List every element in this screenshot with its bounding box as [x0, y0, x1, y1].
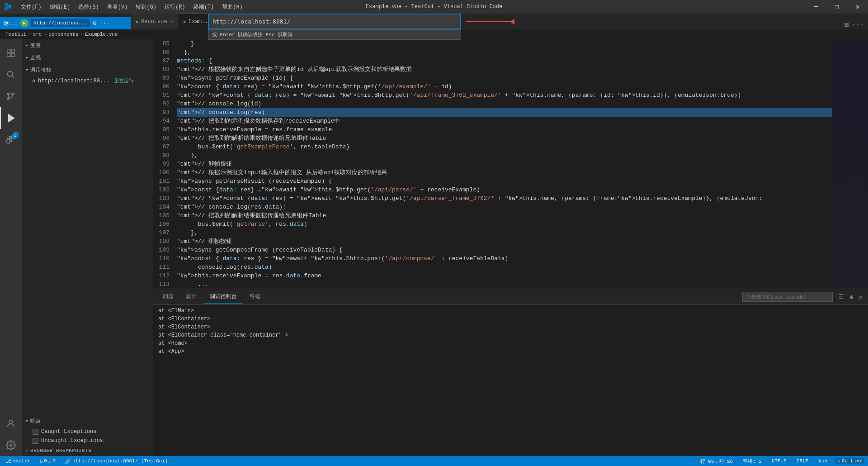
debug-console[interactable]: at <ElMain>at <ElContainer>at <ElContain… [153, 305, 868, 456]
git-branch-item[interactable]: ⎇ master [4, 458, 33, 464]
breadcrumb-components[interactable]: components [48, 32, 78, 37]
encoding: UTF-8 [772, 458, 787, 464]
svg-point-8 [8, 71, 13, 76]
breadcrumb-testgui[interactable]: TestGui [5, 32, 26, 37]
server-icon: 🔗 [65, 458, 71, 464]
tab-problems[interactable]: 问题 [156, 290, 180, 304]
uncaught-exceptions-label: Uncaught Exceptions [41, 437, 103, 444]
callstack-item[interactable]: ⚙ http://localhost:80... 正在运行 [22, 76, 153, 86]
indentation: 空格: 2 [743, 458, 762, 465]
menu-file[interactable]: 文件(F) [17, 2, 45, 12]
breadcrumb-src[interactable]: src [33, 32, 42, 37]
code-editor[interactable]: 8586878889909192939495969798991001011021… [153, 39, 868, 289]
line-ending-item[interactable]: CRLF [795, 458, 810, 464]
sync-icon: ↻ [40, 458, 43, 464]
debug-more-icon[interactable]: ··· [99, 20, 109, 27]
code-line-91: "cmt">// "kw">const { data: res} = "kw">… [177, 91, 832, 100]
activity-extensions-icon[interactable]: 1 [0, 129, 22, 151]
panel-filter-input[interactable] [742, 292, 833, 302]
panel-up-icon[interactable]: ▲ [848, 292, 855, 302]
menu-run[interactable]: 运行(R) [161, 2, 189, 12]
panel-close-icon[interactable]: ✕ [857, 292, 864, 302]
menu-select[interactable]: 选择(S) [75, 2, 103, 12]
watch-header[interactable]: ▾ 监视 [22, 52, 153, 64]
panel-icons: ☰ ▲ ✕ [836, 292, 864, 302]
debug-url-dropdown[interactable]: http://localhos... [31, 19, 90, 27]
variables-label: 变量 [30, 42, 41, 49]
activity-search-icon[interactable] [0, 64, 22, 86]
maximize-button[interactable]: ❐ [826, 0, 847, 14]
browser-breakpoints-header[interactable]: › BROWSER BREAKPOINTS [22, 445, 153, 456]
sync-item[interactable]: ↻ 0 ⚠ 0 [38, 458, 57, 464]
debug-gear-icon[interactable]: ⚙ [93, 19, 97, 27]
svg-line-9 [12, 76, 14, 78]
variables-arrow-icon: ▾ [25, 43, 28, 48]
status-bar: ⎇ master ↻ 0 ⚠ 0 🔗 http://localhost:8081… [0, 456, 868, 466]
minimize-button[interactable]: — [806, 0, 826, 14]
variables-header[interactable]: ▾ 变量 [22, 39, 153, 52]
language-item[interactable]: Vue [816, 458, 829, 464]
code-content[interactable]: } }, methods: { "cmt">// 根据接收的来自左侧选中子菜单的… [173, 39, 832, 289]
callstack-header[interactable]: ▾ 调用堆栈 [22, 64, 153, 76]
errors-count: 0 [44, 458, 47, 464]
tab-debug-console[interactable]: 调试控制台 [203, 290, 243, 304]
code-line-85: } [177, 39, 832, 48]
minimap [832, 39, 868, 289]
more-actions-icon[interactable]: ··· [851, 21, 864, 29]
indentation-item[interactable]: 空格: 2 [741, 458, 764, 465]
activity-settings-icon[interactable] [0, 434, 22, 456]
tab-terminal[interactable]: 终端 [243, 290, 267, 304]
console-line: at <ElContainer class="home-container" > [158, 331, 863, 339]
menu-goto[interactable]: 转到(G) [132, 2, 160, 12]
go-live-icon: ⚡ [837, 458, 840, 464]
menu-help[interactable]: 帮助(H) [218, 2, 246, 12]
split-editor-icon[interactable]: ⊞ [844, 20, 849, 29]
tab-output[interactable]: 输出 [180, 290, 203, 304]
panel-list-icon[interactable]: ☰ [836, 292, 846, 302]
tab-menu-vue[interactable]: ◆ Menu.vue ✕ [131, 14, 179, 29]
code-line-92: "cmt">// console.log(id) [177, 100, 832, 108]
status-right: 行 93，列 26 空格: 2 UTF-8 CRLF Vue ⚡ Go Live [698, 458, 865, 465]
main-layout: 1 ▾ 变量 ▾ 监视 ▾ 调用堆栈 [0, 39, 868, 456]
caught-exceptions-checkbox[interactable] [33, 429, 38, 435]
go-live-item[interactable]: ⚡ Go Live [835, 458, 864, 464]
code-line-90: "kw">const { data: res} = "kw">await "kw… [177, 82, 832, 91]
menu-terminal[interactable]: 终端(T) [190, 2, 218, 12]
debug-toolbar: 运... ▶ http://localhos... ⚙ ··· [0, 17, 131, 29]
browser-bp-arrow-icon: › [25, 448, 28, 453]
title-bar-left: 文件(F) 编辑(E) 选择(S) 查看(V) 转到(G) 运行(R) 终端(T… [4, 2, 246, 12]
activity-debug-icon[interactable] [0, 107, 22, 129]
close-button[interactable]: ✕ [847, 0, 868, 14]
encoding-item[interactable]: UTF-8 [770, 458, 788, 464]
panel-content: at <ElMain>at <ElContainer>at <ElContain… [153, 305, 868, 456]
activity-bar: 1 [0, 39, 22, 456]
code-line-111: console.log(res.data) [177, 263, 832, 271]
breakpoints-header[interactable]: ▾ 断点 [22, 415, 153, 427]
menu-view[interactable]: 查看(V) [104, 2, 132, 12]
server-url: http://localhost:8081/ (TestGui) [72, 458, 168, 464]
watch-label: 监视 [30, 54, 41, 61]
menu-edit[interactable]: 编辑(E) [46, 2, 74, 12]
debug-panel: 问题 输出 调试控制台 终端 ☰ ▲ ✕ at <ElMain>at <ElCo… [153, 289, 868, 456]
uncaught-exceptions-item: Uncaught Exceptions [22, 436, 153, 445]
debug-run-button[interactable]: ▶ [20, 19, 28, 27]
breadcrumb-file[interactable]: Example.vue [85, 32, 118, 37]
code-line-101: "kw">async getParseResult (receiveExampl… [177, 177, 832, 185]
activity-git-icon[interactable] [0, 86, 22, 107]
uncaught-exceptions-checkbox[interactable] [33, 438, 38, 444]
activity-account-icon[interactable] [0, 413, 22, 434]
code-line-94: "cmt">// 把取到的示例报文数据保存到receiveExample中 [177, 117, 832, 125]
server-url-item[interactable]: 🔗 http://localhost:8081/ (TestGui) [63, 458, 170, 464]
code-line-110: "kw">const { data: res } = "kw">await "k… [177, 254, 832, 263]
tab-close-icon[interactable]: ✕ [170, 18, 174, 25]
url-arrow-indicator [466, 19, 514, 24]
code-line-88: "cmt">// 根据接收的来自左侧选中子菜单的id 从后端api获取示例报文和… [177, 65, 832, 74]
console-line: at <App> [158, 347, 863, 356]
cursor-position-item[interactable]: 行 93，列 26 [698, 458, 735, 465]
breakpoints-section: ▾ 断点 Caught Exceptions Uncaught Exceptio… [22, 415, 153, 456]
code-line-113: ... [177, 280, 832, 289]
url-bar-overlay[interactable] [208, 14, 461, 29]
activity-explorer-icon[interactable] [0, 42, 22, 64]
url-input[interactable] [212, 18, 457, 25]
svg-rect-15 [12, 136, 15, 139]
